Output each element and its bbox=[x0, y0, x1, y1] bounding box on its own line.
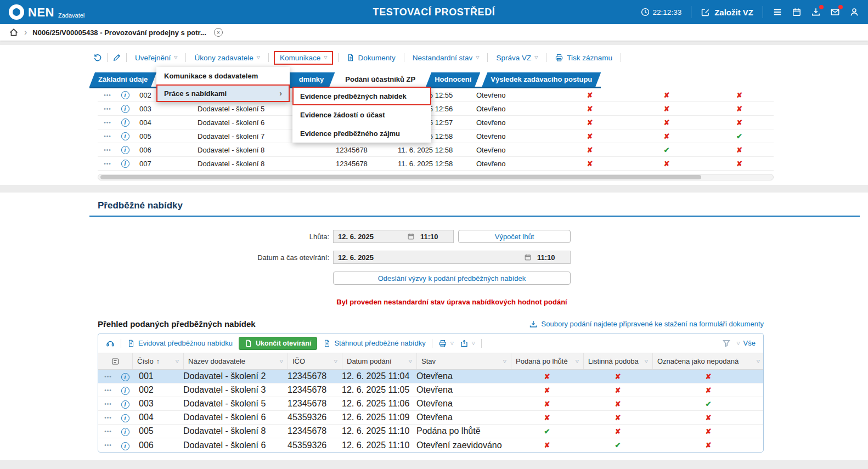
scrollbar-thumb[interactable] bbox=[100, 175, 701, 179]
export-menu-button[interactable]: ▽ bbox=[460, 339, 475, 348]
row-actions-icon[interactable]: ••• bbox=[104, 442, 112, 448]
menu-item-prace-s-nabidkami[interactable]: Práce s nabídkami › bbox=[156, 84, 290, 102]
toolbar-nestandardni-stav[interactable]: Nestandardní stav▽ bbox=[409, 52, 483, 64]
table-row[interactable]: ••• i 007 Dodavatel - školení 8 12345678… bbox=[98, 157, 774, 171]
menu-item-komunikace-s-dodavatelem[interactable]: Komunikace s dodavatelem bbox=[156, 67, 290, 84]
calendar-icon[interactable] bbox=[524, 253, 532, 261]
horizontal-scrollbar[interactable] bbox=[98, 174, 774, 180]
edit-pencil-icon[interactable] bbox=[112, 53, 121, 62]
downloads-button[interactable] bbox=[811, 7, 821, 17]
table-row[interactable]: ••• i 005 Dodavatel - školení 7 11. 6. 2… bbox=[98, 129, 774, 143]
stahnout-nabidky-button[interactable]: Stáhnout předběžné nabídky bbox=[323, 339, 425, 347]
table-row[interactable]: ••• i 001 Dodavatel - školení 2 12345678… bbox=[98, 370, 763, 383]
table-row[interactable]: ••• i 005 Dodavatel - školení 8 12345678… bbox=[98, 425, 763, 438]
caret-down-icon: ▽ bbox=[476, 55, 479, 60]
filter-caret-icon[interactable]: ▽ bbox=[500, 359, 506, 364]
toolbar-dokumenty[interactable]: Dokumenty bbox=[343, 52, 398, 64]
info-icon[interactable]: i bbox=[121, 132, 129, 140]
info-icon[interactable]: i bbox=[121, 442, 129, 450]
evidovat-nabidku-button[interactable]: Evidovat předběžnou nabídku bbox=[127, 339, 233, 347]
toolbar-uverejneni[interactable]: Uveřejnění▽ bbox=[132, 52, 181, 64]
mark-not-submitted: ✘ bbox=[736, 91, 742, 99]
header-cislo[interactable]: Číslo↑▽ bbox=[132, 353, 183, 369]
header-oznacena-jako-nepodana[interactable]: Označena jako nepodaná▽ bbox=[652, 353, 764, 369]
info-icon[interactable]: i bbox=[121, 91, 129, 99]
table-row[interactable]: ••• i 006 Dodavatel - školení 6 45359326… bbox=[98, 438, 763, 452]
filter-caret-icon[interactable]: ▽ bbox=[172, 359, 179, 364]
table-row[interactable]: ••• i 006 Dodavatel - školení 8 12345678… bbox=[98, 143, 774, 157]
tab-hodnoceni[interactable]: Hodnocení bbox=[426, 72, 480, 87]
table-row[interactable]: ••• i 003 Dodavatel - školení 5 12345678… bbox=[98, 397, 763, 411]
toolbar-sprava-vz[interactable]: Správa VZ▽ bbox=[493, 52, 541, 64]
table-row[interactable]: ••• i 004 Dodavatel - školení 6 45359326… bbox=[98, 411, 763, 425]
row-actions-icon[interactable]: ••• bbox=[104, 415, 112, 421]
row-actions-icon[interactable]: ••• bbox=[104, 374, 112, 380]
info-icon[interactable]: i bbox=[121, 118, 129, 127]
filter-caret-icon[interactable]: ▽ bbox=[753, 359, 760, 364]
hamburger-menu-icon[interactable] bbox=[773, 7, 782, 17]
header-ico[interactable]: IČO▽ bbox=[288, 353, 342, 369]
info-icon[interactable]: i bbox=[121, 373, 129, 381]
table-row[interactable]: ••• i 002 Dodavatel - školení 3 12345678… bbox=[98, 383, 763, 397]
submenu-item-evidence-predbeznych-nabidek[interactable]: Evidence předběžných nabídek bbox=[292, 87, 431, 105]
prehled-header-row: Přehled podaných předběžných nabídek Sou… bbox=[98, 319, 764, 329]
row-actions-icon[interactable]: ••• bbox=[104, 92, 111, 98]
user-icon[interactable] bbox=[849, 7, 859, 17]
calendar-icon[interactable] bbox=[792, 7, 802, 17]
lhuta-field[interactable]: 12. 6. 2025 11:10 bbox=[333, 230, 454, 243]
column-settings-icon[interactable] bbox=[111, 357, 120, 366]
filter-caret-icon[interactable]: ▽ bbox=[405, 359, 412, 364]
table-row[interactable]: ••• i 003 Dodavatel - školení 5 11. 6. 2… bbox=[98, 102, 774, 116]
ukoncit-oteviranì-button[interactable]: Ukončit otevírání bbox=[239, 337, 317, 350]
tab-zakladni-udaje[interactable]: Základní údaje bbox=[89, 72, 156, 87]
header-podana-po-lhute[interactable]: Podaná po lhůtě▽ bbox=[511, 353, 583, 369]
tab-vysledek[interactable]: Výsledek zadávacího postupu bbox=[482, 72, 601, 87]
header-listinna-podoba[interactable]: Listinná podoba▽ bbox=[583, 353, 652, 369]
filter-caret-icon[interactable]: ▽ bbox=[331, 359, 337, 364]
close-icon[interactable]: × bbox=[214, 28, 223, 37]
print-menu-button[interactable]: ▽ bbox=[438, 339, 454, 348]
header-stav[interactable]: Stav▽ bbox=[416, 353, 511, 369]
history-icon[interactable] bbox=[93, 53, 102, 62]
info-icon[interactable]: i bbox=[121, 414, 129, 422]
home-icon[interactable] bbox=[9, 27, 19, 37]
toolbar-tisk-zaznamu[interactable]: Tisk záznamu bbox=[551, 51, 616, 64]
info-icon[interactable]: i bbox=[121, 160, 129, 168]
row-actions-icon[interactable]: ••• bbox=[104, 147, 111, 153]
row-actions-icon[interactable]: ••• bbox=[104, 120, 111, 126]
toolbar-ukony-zadavatele[interactable]: Úkony zadavatele▽ bbox=[191, 52, 263, 64]
header-datum-podani[interactable]: Datum podání▽ bbox=[342, 353, 416, 369]
headset-icon[interactable] bbox=[106, 339, 115, 348]
create-vz-button[interactable]: Založit VZ bbox=[701, 7, 753, 17]
info-icon[interactable]: i bbox=[121, 400, 129, 409]
messages-button[interactable] bbox=[830, 7, 840, 17]
filter-caret-icon[interactable]: ▽ bbox=[277, 359, 283, 364]
odeslani-vyzvy-button[interactable]: Odeslání výzvy k podání předběžných nabí… bbox=[333, 272, 571, 285]
submenu-item-evidence-zadosti-o-ucast[interactable]: Evidence žádostí o účast bbox=[292, 105, 431, 124]
filter-all-select[interactable]: ▽ Vše bbox=[736, 339, 756, 347]
info-icon[interactable]: i bbox=[121, 387, 129, 395]
tab-podani-ucastniku[interactable]: Podání účastníků ZP bbox=[336, 72, 424, 87]
row-actions-icon[interactable]: ••• bbox=[104, 428, 112, 434]
row-actions-icon[interactable]: ••• bbox=[104, 161, 111, 167]
toolbar-komunikace[interactable]: Komunikace▽ bbox=[274, 51, 333, 65]
row-actions-icon[interactable]: ••• bbox=[104, 133, 111, 139]
header-nazev-dodavatele[interactable]: Název dodavatele▽ bbox=[183, 353, 288, 369]
info-icon[interactable]: i bbox=[121, 428, 129, 436]
row-actions-icon[interactable]: ••• bbox=[104, 387, 112, 393]
breadcrumb-item[interactable]: N006/25/V00005438 - Provozování prodejny… bbox=[32, 29, 206, 37]
info-icon[interactable]: i bbox=[121, 146, 129, 154]
nen-logo[interactable]: NEN Zadavatel bbox=[9, 4, 84, 20]
vypocet-lhut-button[interactable]: Výpočet lhůt bbox=[458, 230, 571, 243]
row-actions-icon[interactable]: ••• bbox=[104, 401, 112, 407]
download-files-link[interactable]: Soubory podání najdete připravené ke sta… bbox=[529, 320, 764, 329]
filter-caret-icon[interactable]: ▽ bbox=[641, 359, 648, 364]
row-actions-icon[interactable]: ••• bbox=[104, 106, 111, 112]
calendar-icon[interactable] bbox=[407, 233, 415, 240]
info-icon[interactable]: i bbox=[121, 105, 129, 113]
submenu-item-evidence-predbezneho-zajmu[interactable]: Evidence předběžného zájmu bbox=[292, 124, 431, 143]
otevirani-field[interactable]: 12. 6. 2025 11:10 bbox=[333, 251, 571, 264]
filter-caret-icon[interactable]: ▽ bbox=[572, 359, 579, 364]
filter-funnel-icon[interactable] bbox=[722, 339, 731, 348]
table-row[interactable]: ••• i 004 Dodavatel - školení 6 11. 6. 2… bbox=[98, 116, 774, 129]
